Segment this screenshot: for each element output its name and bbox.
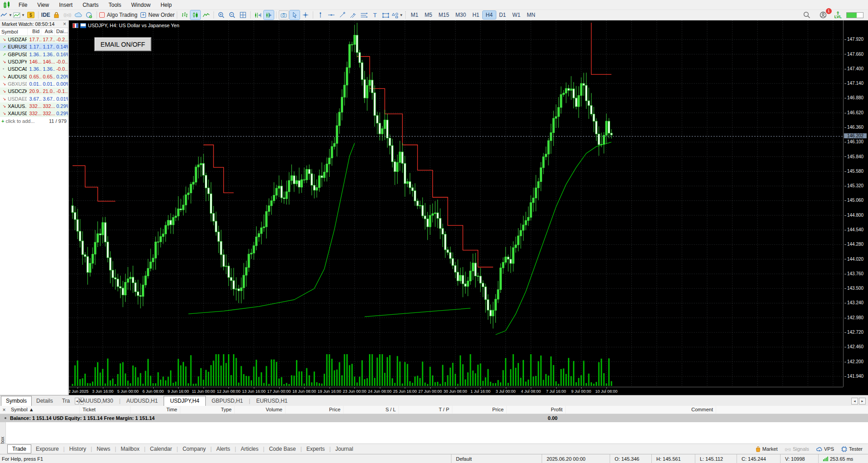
toolbox-tab-code-base[interactable]: Code Base [264, 445, 300, 453]
timeframe-d1[interactable]: D1 [496, 11, 509, 19]
ide-button[interactable]: IDE [41, 10, 51, 19]
timeframe-m5[interactable]: M5 [422, 11, 436, 19]
chart-tabs-scroll-left-icon[interactable]: ◄ [851, 398, 858, 405]
toolbox-column-sl[interactable]: S / L [344, 406, 399, 414]
toolbox-column-ticket[interactable]: Ticket [80, 406, 131, 414]
toolbox-tab-experts[interactable]: Experts [302, 445, 330, 453]
toolbox-column-volume[interactable]: Volume [235, 406, 286, 414]
timeframe-mn[interactable]: MN [524, 11, 538, 19]
lock-icon[interactable] [52, 10, 62, 19]
market-watch-row-usdcad[interactable]: •USDCAD1.36...1.36...-0.0... [0, 65, 68, 73]
market-watch-tab-symbols[interactable]: Symbols [1, 396, 32, 406]
market-item[interactable]: Market [756, 446, 778, 452]
timeframe-m1[interactable]: M1 [407, 11, 422, 19]
timeframe-h4[interactable]: H4 [483, 11, 496, 19]
toolbox-column-symbol[interactable]: Symbol ▲ [8, 406, 80, 414]
algo-trading-button[interactable]: Algo Trading [99, 10, 137, 19]
market-watch-row-audusd[interactable]: ↘AUDUSD0.65...0.65...0.20% [0, 73, 68, 80]
signal-icon[interactable]: ((o)) [63, 10, 73, 19]
channel-icon[interactable] [348, 10, 358, 19]
toolbox-column-type[interactable]: Type [180, 406, 235, 414]
toolbox-tab-history[interactable]: History [65, 445, 91, 453]
bar-chart-icon[interactable] [179, 10, 189, 19]
shapes-icon[interactable] [381, 10, 391, 19]
chart-tab-usdjpy-h4[interactable]: USDJPY,H4 [164, 396, 205, 406]
toolbox-close-icon[interactable]: × [0, 407, 8, 413]
market-watch-row-usdczk[interactable]: ↘USDCZK20.9...21.0...-0.1... [0, 88, 68, 95]
chart-tab-eurusd-h1[interactable]: EURUSD,H1 [250, 396, 293, 406]
indicators-icon[interactable]: ▼ [13, 10, 25, 19]
timeframe-h1[interactable]: H1 [469, 11, 482, 19]
menu-insert[interactable]: Insert [54, 1, 78, 9]
menu-window[interactable]: Window [126, 1, 156, 9]
market-watch-row-gbpusd[interactable]: ↗GBPUSD1.36...1.36...0.16% [0, 51, 68, 58]
cursor-icon[interactable] [290, 10, 300, 19]
dollar-icon[interactable]: $ [26, 10, 36, 19]
chart-tab-gbpusd-h1[interactable]: GBPUSD,H1 [206, 396, 249, 406]
lvl-indicator[interactable]: ⇧LVL [834, 11, 842, 19]
menu-charts[interactable]: Charts [78, 1, 103, 9]
candlestick-chart-icon[interactable] [190, 10, 200, 19]
horizontal-line-icon[interactable] [326, 10, 336, 19]
menu-file[interactable]: File [14, 1, 32, 9]
email-on-off-button[interactable]: EMAIL ON/OFF [94, 37, 151, 51]
tester-item[interactable]: Tester [841, 446, 863, 452]
trendline-icon[interactable] [337, 10, 347, 19]
shift-end-icon[interactable] [253, 10, 263, 19]
fibonacci-icon[interactable] [359, 10, 369, 19]
market-watch-tab-tra[interactable]: Tra [58, 396, 75, 406]
toolbox-tab-calendar[interactable]: Calendar [145, 445, 177, 453]
toolbox-column-tp[interactable]: T / P [399, 406, 452, 414]
menu-help[interactable]: Help [155, 1, 177, 9]
toolbox-column-time[interactable]: Time [131, 406, 180, 414]
toolbox-tab-alerts[interactable]: Alerts [212, 445, 235, 453]
vps-item[interactable]: VPS [816, 446, 834, 452]
balance-row[interactable]: Balance: 1 151.14 USD Equity: 1 151.14 F… [0, 414, 868, 422]
zoom-out-icon[interactable] [227, 10, 237, 19]
vertical-line-icon[interactable] [315, 10, 325, 19]
chart-plot-area[interactable]: USDJPY, H4: US Dollar vs Japanese Yen EM… [69, 20, 843, 387]
market-watch-tab-details[interactable]: Details [32, 396, 58, 406]
toolbox-tab-news[interactable]: News [92, 445, 115, 453]
auto-scroll-icon[interactable] [264, 10, 274, 19]
toolbox-tab-journal[interactable]: Journal [331, 445, 358, 453]
text-icon[interactable]: T [370, 10, 380, 19]
toolbox-column-price2[interactable]: Price [452, 406, 507, 414]
toolbox-tab-articles[interactable]: Articles [236, 445, 263, 453]
market-watch-row-usdjpy[interactable]: ↘USDJPY146....146....-0.0... [0, 58, 68, 65]
market-watch-row-usdaed[interactable]: ↘USDAED3.67...3.67...0.01% [0, 95, 68, 102]
market-watch-add-row[interactable]: + click to add... 11 / 979 [0, 117, 68, 125]
line-chart-icon[interactable] [201, 10, 211, 19]
market-watch-row-eurusd[interactable]: ↗EURUSD1.17...1.17...0.14% [0, 43, 68, 50]
user-notifications-icon[interactable]: 1 [819, 10, 829, 19]
toolbox-column-price[interactable]: Price [286, 406, 344, 414]
market-watch-row-xauus[interactable]: ↘XAUUS...332...332...0.29% [0, 102, 68, 110]
signals-item[interactable]: ((•)) Signals [785, 446, 809, 452]
zoom-in-icon[interactable] [216, 10, 226, 19]
menu-view[interactable]: View [32, 1, 54, 9]
market-watch-row-gbxusd[interactable]: ↘GBXUSD0.01...0.01...0.00% [0, 80, 68, 88]
toolbox-column-profit[interactable]: Profit [507, 406, 566, 414]
search-icon[interactable] [802, 10, 812, 19]
market-watch-row-xauusd[interactable]: ↘XAUUSD332...332...0.29% [0, 110, 68, 117]
crosshair-icon[interactable] [301, 10, 310, 19]
toolbox-tab-exposure[interactable]: Exposure [31, 445, 63, 453]
screenshot-icon[interactable] [279, 10, 289, 19]
arrows-icon[interactable]: ▼ [392, 10, 403, 19]
chart-tabs-scroll-right-icon[interactable]: ► [859, 398, 866, 405]
community-icon[interactable] [84, 10, 94, 19]
toolbox-tab-trade[interactable]: Trade [7, 444, 31, 453]
cloud-icon[interactable] [73, 10, 83, 19]
market-watch-row-usdzar[interactable]: ↘USDZAR17.7...17.7...-0.2... [0, 36, 68, 43]
timeframe-m30[interactable]: M30 [452, 11, 469, 19]
grid-icon[interactable] [238, 10, 248, 19]
toolbox-tab-mailbox[interactable]: Mailbox [116, 445, 144, 453]
market-watch-close-icon[interactable]: × [63, 21, 66, 27]
chart-tab-audusd-h1[interactable]: AUDUSD,H1 [121, 396, 164, 406]
timeframe-m15[interactable]: M15 [436, 11, 452, 19]
new-order-button[interactable]: + New Order [141, 10, 175, 19]
chart-tab-xauusd-m30[interactable]: XAUUSD,M30 [73, 396, 119, 406]
chart-profile-icon[interactable]: ▼ [0, 10, 12, 19]
toolbox-tab-company[interactable]: Company [178, 445, 210, 453]
timeframe-w1[interactable]: W1 [509, 11, 524, 19]
